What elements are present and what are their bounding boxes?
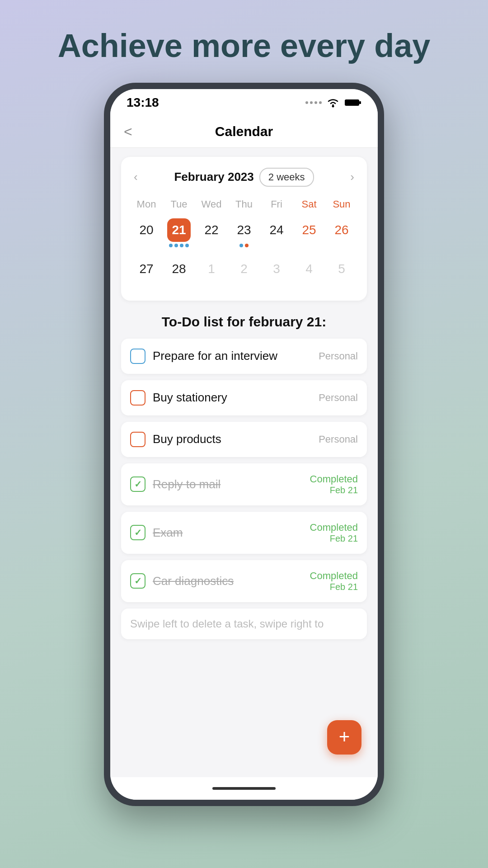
task-left-5: ✓ Exam: [130, 525, 183, 540]
wifi-icon: [326, 98, 340, 108]
task-name-4: Reply to mail: [153, 477, 221, 491]
calendar-header-middle: February 2023 2 weeks: [174, 168, 314, 187]
status-bar: 13:18: [110, 89, 378, 116]
task-item-buy-stationery[interactable]: Buy stationery Personal: [121, 380, 367, 415]
task-completed-info-5: Completed Feb 21: [310, 522, 358, 544]
cal-cell-2[interactable]: 2: [228, 255, 260, 290]
completed-label-4: Completed: [310, 473, 358, 485]
calendar-header: ‹ February 2023 2 weeks ›: [130, 168, 358, 187]
task-checkbox-1[interactable]: [130, 349, 145, 364]
svg-rect-1: [345, 99, 359, 106]
calendar-prev-button[interactable]: ‹: [130, 170, 141, 184]
task-item-reply-mail[interactable]: ✓ Reply to mail Completed Feb 21: [121, 463, 367, 505]
cal-cell-3[interactable]: 3: [260, 255, 293, 290]
cal-cell-25[interactable]: 25: [293, 216, 325, 251]
task-item-buy-products[interactable]: Buy products Personal: [121, 422, 367, 457]
hero-title: Achieve more every day: [58, 27, 430, 65]
task-checkbox-6[interactable]: ✓: [130, 573, 145, 589]
task-left-1: Prepare for an interview: [130, 349, 277, 364]
nav-bar: < Calendar: [110, 116, 378, 148]
add-task-fab[interactable]: +: [327, 720, 361, 755]
task-left-4: ✓ Reply to mail: [130, 476, 221, 492]
cal-cell-23[interactable]: 23: [228, 216, 260, 251]
calendar-next-button[interactable]: ›: [347, 170, 358, 184]
hint-bar: Swipe left to delete a task, swipe right…: [121, 609, 367, 639]
status-time: 13:18: [127, 95, 159, 110]
task-name-6: Car diagnostics: [153, 574, 234, 588]
task-left-3: Buy products: [130, 432, 221, 447]
calendar-week-2: 27 28 1 2 3: [130, 255, 358, 290]
weeks-selector-button[interactable]: 2 weeks: [259, 168, 314, 187]
hint-text: Swipe left to delete a task, swipe right…: [130, 618, 324, 630]
task-checkbox-2[interactable]: [130, 390, 145, 406]
day-label-fri: Fri: [260, 197, 293, 212]
phone-screen: 13:18 < Calendar: [110, 89, 378, 800]
home-bar: [212, 787, 276, 790]
check-mark-5: ✓: [134, 527, 142, 538]
day-label-sat: Sat: [293, 197, 325, 212]
task-tag-1: Personal: [319, 350, 358, 362]
cal-cell-24[interactable]: 24: [260, 216, 293, 251]
cal-cell-1[interactable]: 1: [195, 255, 228, 290]
signal-icon: [305, 101, 322, 104]
todo-section-title: To-Do list for february 21:: [121, 314, 367, 330]
cal-cell-26[interactable]: 26: [325, 216, 358, 251]
task-item-prepare-interview[interactable]: Prepare for an interview Personal: [121, 339, 367, 374]
task-name-2: Buy stationery: [153, 391, 227, 405]
svg-point-0: [332, 105, 334, 107]
day-label-sun: Sun: [325, 197, 358, 212]
calendar-month-label: February 2023: [174, 170, 253, 184]
task-left-2: Buy stationery: [130, 390, 227, 406]
page-title: Calendar: [215, 124, 273, 139]
task-name-1: Prepare for an interview: [153, 349, 277, 363]
task-item-exam[interactable]: ✓ Exam Completed Feb 21: [121, 512, 367, 554]
phone-frame: 13:18 < Calendar: [104, 83, 384, 806]
day-label-tue: Tue: [163, 197, 195, 212]
day-label-mon: Mon: [130, 197, 163, 212]
day-label-thu: Thu: [228, 197, 260, 212]
cal-cell-27[interactable]: 27: [130, 255, 163, 290]
completed-date-6: Feb 21: [310, 582, 358, 592]
cal-cell-22[interactable]: 22: [195, 216, 228, 251]
task-checkbox-5[interactable]: ✓: [130, 525, 145, 540]
completed-date-5: Feb 21: [310, 533, 358, 544]
task-tag-2: Personal: [319, 392, 358, 404]
cal-cell-5[interactable]: 5: [325, 255, 358, 290]
calendar-day-headers: Mon Tue Wed Thu Fri Sat Sun: [130, 197, 358, 212]
task-item-car-diagnostics[interactable]: ✓ Car diagnostics Completed Feb 21: [121, 560, 367, 602]
battery-icon: [344, 98, 361, 107]
main-content: ‹ February 2023 2 weeks › Mon Tue Wed Th…: [110, 148, 378, 777]
task-name-5: Exam: [153, 526, 183, 540]
task-tag-3: Personal: [319, 434, 358, 445]
home-indicator: [110, 777, 378, 800]
completed-label-6: Completed: [310, 570, 358, 582]
completed-label-5: Completed: [310, 522, 358, 533]
task-left-6: ✓ Car diagnostics: [130, 573, 234, 589]
fab-plus-icon: +: [339, 727, 350, 746]
check-mark-4: ✓: [134, 479, 142, 490]
calendar-card: ‹ February 2023 2 weeks › Mon Tue Wed Th…: [121, 157, 367, 301]
task-name-3: Buy products: [153, 432, 221, 446]
status-icons: [305, 98, 361, 108]
task-completed-info-6: Completed Feb 21: [310, 570, 358, 592]
task-completed-info-4: Completed Feb 21: [310, 473, 358, 495]
completed-date-4: Feb 21: [310, 485, 358, 495]
cal-cell-28[interactable]: 28: [163, 255, 195, 290]
check-mark-6: ✓: [134, 576, 142, 586]
task-checkbox-4[interactable]: ✓: [130, 476, 145, 492]
svg-rect-2: [359, 101, 361, 104]
cal-cell-4[interactable]: 4: [293, 255, 325, 290]
cal-cell-20[interactable]: 20: [130, 216, 163, 251]
back-button[interactable]: <: [124, 123, 132, 140]
day-label-wed: Wed: [195, 197, 228, 212]
calendar-week-1: 20 21 22: [130, 216, 358, 251]
task-checkbox-3[interactable]: [130, 432, 145, 447]
cal-cell-21[interactable]: 21: [163, 216, 195, 251]
